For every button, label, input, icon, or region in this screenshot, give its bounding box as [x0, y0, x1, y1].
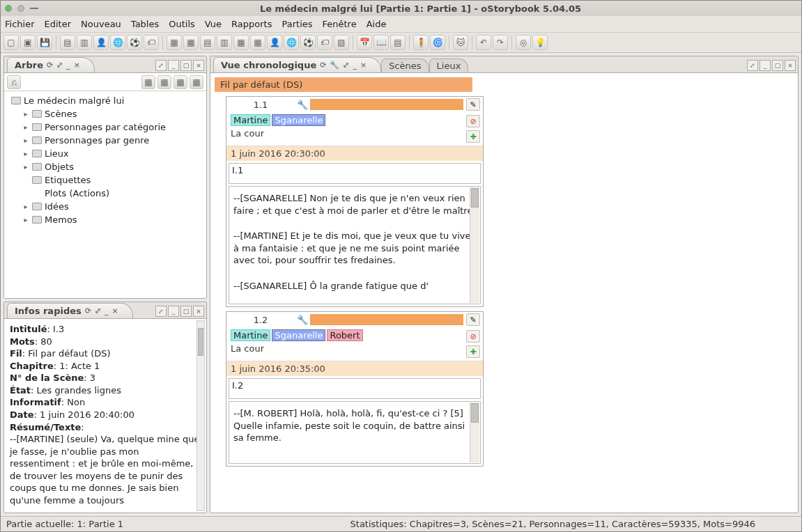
tb-bulb-icon[interactable]: 💡 — [532, 35, 548, 50]
menu-parties[interactable]: Parties — [282, 19, 312, 29]
char-chip[interactable]: Sganarelle — [272, 114, 325, 126]
wrench-icon[interactable]: 🔧 — [295, 315, 310, 325]
tree-v4-icon[interactable]: ▦ — [190, 75, 203, 89]
close-icon[interactable]: × — [111, 306, 118, 315]
panel-min-icon[interactable]: _ — [168, 60, 179, 71]
info-tab[interactable]: Infos rapides ⟳ ⤢ _ × — [7, 303, 133, 318]
tree-v3-icon[interactable]: ▦ — [173, 75, 187, 89]
panel-max-icon[interactable]: □ — [180, 60, 192, 71]
panel-close-icon[interactable]: × — [193, 306, 204, 317]
tree-item[interactable]: Objets — [45, 162, 74, 172]
menu-fichier[interactable]: Fichier — [5, 19, 35, 29]
panel-min-icon[interactable]: _ — [759, 60, 771, 71]
tb-cal-icon[interactable]: 📅 — [357, 35, 372, 50]
tab-scenes[interactable]: Scènes — [381, 58, 429, 72]
tb-grid-icon[interactable]: ▦ — [167, 35, 182, 50]
tree-item[interactable]: Personnages par catégorie — [45, 122, 166, 132]
tb-undo-icon[interactable]: ↶ — [476, 35, 491, 50]
tb-world-icon[interactable]: 🌐 — [110, 35, 125, 50]
add-icon[interactable]: ✚ — [466, 130, 480, 143]
expand-icon[interactable]: ▸ — [22, 137, 29, 144]
pin-icon[interactable]: ⤢ — [95, 306, 101, 315]
min-icon[interactable]: _ — [66, 61, 70, 70]
window-close-icon[interactable] — [5, 5, 12, 12]
tb-b-icon[interactable]: ▦ — [233, 35, 249, 50]
char-chip[interactable]: Martine — [231, 329, 270, 341]
scrollbar-thumb[interactable] — [471, 188, 479, 208]
tree-item[interactable]: Etiquettes — [45, 175, 91, 185]
tree-mode-icon[interactable]: ⎌ — [7, 75, 21, 89]
chrono-body[interactable]: Fil par défaut (DS) 1.1 🔧 ✎ — [210, 73, 798, 513]
tb-ball-icon[interactable]: ⚽ — [127, 35, 142, 50]
expand-icon[interactable]: ▸ — [22, 217, 29, 224]
wrench-icon[interactable]: 🔧 — [330, 61, 339, 70]
scrollbar[interactable] — [470, 187, 479, 303]
add-icon[interactable]: ✚ — [466, 345, 480, 358]
tree-item[interactable]: Plots (Actions) — [45, 188, 109, 198]
tb-a-icon[interactable]: ▥ — [217, 35, 232, 50]
tb-target-icon[interactable]: ◎ — [516, 35, 531, 50]
tb-doc1-icon[interactable]: ▤ — [60, 35, 75, 50]
tb-ball2-icon[interactable]: ⚽ — [300, 35, 316, 50]
scene-summary[interactable]: I.2 — [229, 378, 481, 399]
menu-rapports[interactable]: Rapports — [231, 19, 272, 29]
edit-icon[interactable]: ✎ — [466, 98, 480, 111]
chrono-tab[interactable]: Vue chronologique ⟳ 🔧 ⤢ _ × — [213, 57, 381, 72]
window-min-icon[interactable] — [17, 5, 24, 12]
tree-item[interactable]: Lieux — [45, 148, 69, 159]
panel-close-icon[interactable]: × — [785, 60, 796, 71]
pin-icon[interactable]: ⤢ — [56, 61, 63, 70]
tb-book-icon[interactable]: 📖 — [373, 35, 389, 50]
menu-nouveau[interactable]: Nouveau — [81, 19, 121, 29]
refresh-icon[interactable]: ⟳ — [47, 61, 53, 70]
delete-icon[interactable]: ⊘ — [466, 330, 480, 343]
tb-doc2-icon[interactable]: ▥ — [77, 35, 92, 50]
panel-min-icon[interactable]: _ — [168, 306, 179, 317]
char-chip[interactable]: Sganarelle — [272, 329, 325, 341]
panel-max-icon[interactable]: □ — [772, 60, 783, 71]
expand-icon[interactable]: ▸ — [22, 203, 29, 210]
min-icon[interactable]: _ — [105, 306, 109, 315]
tb-man-icon[interactable]: 🧍 — [413, 35, 429, 50]
panel-close-icon[interactable]: × — [193, 60, 204, 71]
menu-tables[interactable]: Tables — [131, 19, 159, 29]
menu-vue[interactable]: Vue — [205, 19, 222, 29]
tb-person2-icon[interactable]: 👤 — [267, 35, 282, 50]
tb-new-icon[interactable]: ▢ — [3, 35, 19, 50]
tb-cat-icon[interactable]: 🐱 — [453, 35, 468, 50]
tree-item[interactable]: Personnages par genre — [45, 135, 149, 146]
tree-item[interactable]: Memos — [45, 214, 77, 225]
panel-max-icon[interactable]: □ — [180, 306, 192, 317]
panel-pin-icon[interactable]: ⤢ — [155, 60, 167, 71]
close-icon[interactable]: × — [74, 61, 80, 70]
scrollbar[interactable] — [470, 402, 479, 462]
tree-root[interactable]: Le médecin malgré lui — [24, 95, 124, 106]
edit-icon[interactable]: ✎ — [466, 313, 480, 326]
tb-c-icon[interactable]: ▦ — [250, 35, 265, 50]
tb-tag2-icon[interactable]: 🏷 — [317, 35, 332, 50]
tb-stack-icon[interactable]: ▤ — [390, 35, 406, 50]
tb-tag-icon[interactable]: 🏷 — [144, 35, 159, 50]
char-chip[interactable]: Martine — [231, 114, 270, 126]
menu-aide[interactable]: Aide — [367, 19, 387, 29]
refresh-icon[interactable]: ⟳ — [320, 61, 326, 70]
panel-pin-icon[interactable]: ⤢ — [155, 306, 167, 317]
tree-item[interactable]: Scènes — [45, 109, 77, 119]
scrollbar[interactable] — [196, 320, 205, 511]
min-icon[interactable]: _ — [353, 61, 357, 70]
tb-redo-icon[interactable]: ↷ — [493, 35, 508, 50]
tb-save-icon[interactable]: 💾 — [37, 35, 52, 50]
char-chip[interactable]: Robert — [327, 329, 362, 341]
delete-icon[interactable]: ⊘ — [466, 115, 480, 127]
tree-view[interactable]: Le médecin malgré lui ▸Scènes ▸Personnag… — [4, 91, 206, 298]
panel-pin-icon[interactable]: ⤢ — [747, 60, 758, 71]
scrollbar-thumb[interactable] — [471, 403, 479, 423]
scrollbar-thumb[interactable] — [198, 328, 203, 356]
window-dash-icon[interactable] — [30, 8, 38, 9]
tb-person-icon[interactable]: 👤 — [93, 35, 109, 50]
expand-icon[interactable]: ▸ — [22, 111, 29, 118]
wrench-icon[interactable]: 🔧 — [295, 100, 310, 110]
tb-open-icon[interactable]: ▣ — [20, 35, 36, 50]
close-icon[interactable]: × — [360, 61, 367, 70]
refresh-icon[interactable]: ⟳ — [85, 306, 91, 315]
